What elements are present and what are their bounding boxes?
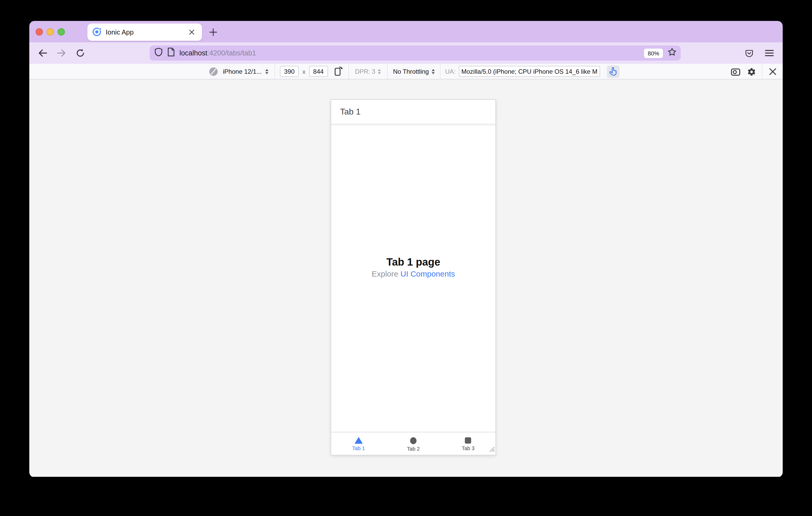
browser-tab[interactable]: Ionic App [87,23,202,40]
ua-label: UA: [445,68,456,75]
url-bar[interactable]: localhost:4200/tabs/tab1 80% [150,45,681,61]
toolbar-right-cluster [742,45,777,61]
tab-close-icon[interactable] [186,27,197,37]
rdm-settings-gear-icon[interactable] [745,65,758,79]
page-subtitle: Explore UI Components [331,269,495,279]
tab-button-tab3[interactable]: Tab 3 [441,432,495,455]
app-tab-bar: Tab 1 Tab 2 Tab 3 [331,432,495,455]
dimension-separator: x [302,68,305,74]
window-minimize-button[interactable] [47,28,54,35]
menu-hamburger-icon[interactable] [761,45,777,61]
forward-button[interactable] [53,45,69,61]
square-icon [465,437,471,444]
throttling-stepper-icon[interactable] [431,69,435,74]
device-compass-icon [209,67,218,75]
ionic-favicon-icon [93,28,101,36]
app-header: Tab 1 [331,100,495,124]
triangle-icon [355,437,362,444]
rotate-viewport-icon[interactable] [334,66,343,77]
app-header-title: Tab 1 [340,107,360,117]
tab-button-tab1[interactable]: Tab 1 [331,432,386,455]
viewport-height-input[interactable]: 844 [309,66,328,77]
window-controls [36,28,65,35]
zoom-level-badge[interactable]: 80% [644,48,663,58]
browser-window: Ionic App [29,21,783,477]
bookmark-star-icon[interactable] [668,48,676,59]
back-button[interactable] [34,45,50,61]
screenshot-camera-icon[interactable] [729,65,743,79]
dpr-label[interactable]: DPR: 3 [355,68,375,75]
user-agent-input[interactable]: Mozilla/5.0 (iPhone; CPU iPhone OS 14_6 … [459,66,600,77]
tab-button-tab2[interactable]: Tab 2 [386,432,440,455]
viewport-width-input[interactable]: 390 [280,66,299,77]
ui-components-link[interactable]: UI Components [401,269,455,278]
rdm-content-area: Tab 1 Tab 1 page Explore UI Components T… [29,80,783,477]
browser-tab-strip: Ionic App [29,21,783,42]
browser-tab-title: Ionic App [106,28,186,36]
navigation-toolbar: localhost:4200/tabs/tab1 80% [29,42,783,64]
window-close-button[interactable] [36,28,43,35]
device-selector-label[interactable]: iPhone 12/1... [223,68,262,75]
rdm-right-cluster [729,64,780,80]
page-center-block: Tab 1 page Explore UI Components [331,255,495,279]
reload-button[interactable] [72,45,88,61]
new-tab-button[interactable] [206,25,220,39]
window-zoom-button[interactable] [58,28,65,35]
url-text: localhost:4200/tabs/tab1 [179,49,644,57]
app-page-content: Tab 1 page Explore UI Components [331,124,495,432]
dpr-stepper-icon[interactable] [378,69,381,74]
responsive-design-toolbar: iPhone 12/1... 390 x 844 DPR: 3 No Throt… [29,64,783,80]
screen: Ionic App [0,0,812,516]
ellipse-icon [410,437,417,444]
tracking-shield-icon[interactable] [154,48,163,59]
touch-simulation-button[interactable] [607,65,619,78]
pocket-icon[interactable] [742,45,757,61]
page-info-icon[interactable] [167,48,175,59]
subtitle-text: Explore [372,269,401,278]
device-selector-stepper-icon[interactable] [265,69,268,74]
rdm-close-icon[interactable] [766,65,780,79]
device-viewport: Tab 1 Tab 1 page Explore UI Components T… [331,99,496,455]
page-title: Tab 1 page [331,255,495,269]
throttling-selector-label[interactable]: No Throttling [393,68,429,75]
viewport-resize-handle[interactable] [488,445,495,454]
